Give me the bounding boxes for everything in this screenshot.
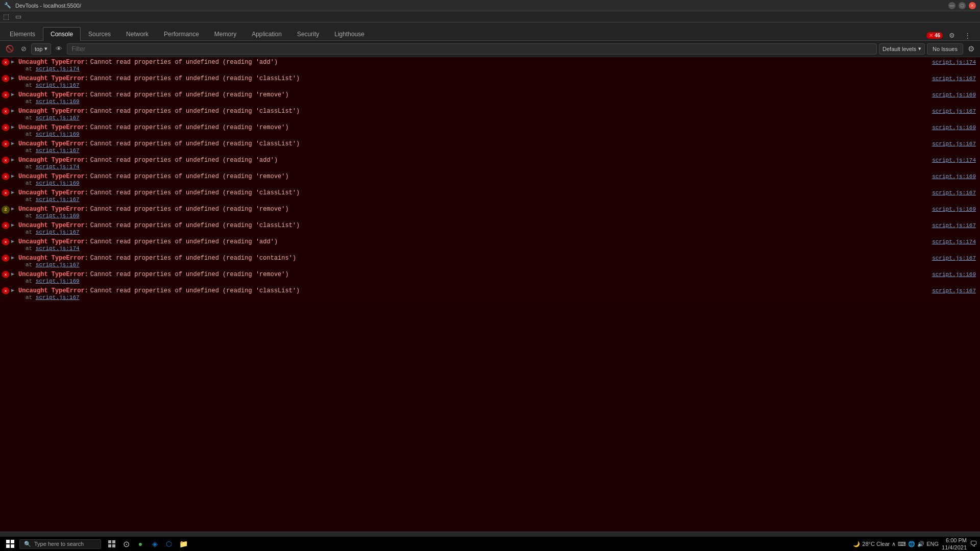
entry-location-link[interactable]: script.js:167 (932, 189, 980, 196)
entry-location-link[interactable]: script.js:174 (932, 238, 980, 245)
entry-at-link[interactable]: script.js:169 (36, 213, 80, 219)
minimize-button[interactable]: — (948, 2, 955, 9)
task-view-button[interactable] (105, 537, 118, 550)
eye-icon-button[interactable]: 👁 (53, 43, 65, 54)
entry-expander[interactable]: ▶ (11, 188, 18, 195)
tab-performance[interactable]: Performance (156, 27, 207, 41)
taskbar-chrome[interactable]: ● (134, 537, 147, 550)
entry-expander[interactable]: ▶ (11, 221, 18, 228)
entry-icon: ✕ (0, 188, 11, 196)
chevron-up-icon[interactable]: ∧ (892, 541, 896, 547)
tab-console[interactable]: Console (43, 27, 81, 41)
error-type-label: Uncaught TypeError: (18, 91, 88, 98)
entry-expander[interactable]: ▶ (11, 172, 18, 179)
maximize-button[interactable]: □ (959, 2, 966, 9)
entry-at-link[interactable]: script.js:174 (36, 66, 80, 72)
entry-location-link[interactable]: script.js:167 (932, 221, 980, 229)
tab-sources[interactable]: Sources (81, 27, 118, 41)
entry-at-link[interactable]: script.js:167 (36, 262, 80, 268)
entry-icon: 2 (0, 205, 11, 214)
console-output[interactable]: ✕▶Uncaught TypeError: Cannot read proper… (0, 57, 980, 532)
taskbar-search[interactable]: 🔍 Type here to search (19, 539, 101, 549)
tab-elements[interactable]: Elements (2, 27, 43, 41)
entry-location-link[interactable]: script.js:169 (932, 205, 980, 212)
entry-location-link[interactable]: script.js:174 (932, 156, 980, 163)
entry-at-link[interactable]: script.js:174 (36, 164, 80, 170)
entry-icon: ✕ (0, 286, 11, 294)
entry-expander[interactable]: ▶ (11, 58, 18, 65)
entry-expander[interactable]: ▶ (11, 107, 18, 114)
taskbar-right: 🌙 28°C Clear ∧ ⌨ 🌐 🔊 ENG 6:00 PM 11/4/20… (853, 537, 977, 551)
entry-at-link[interactable]: script.js:174 (36, 245, 80, 252)
more-options-button[interactable]: ⋮ (961, 31, 974, 40)
entry-at-link[interactable]: script.js:169 (36, 180, 80, 186)
entry-location-link[interactable]: script.js:167 (932, 74, 980, 82)
entry-at-line: at script.js:174 (18, 164, 980, 170)
entry-expander[interactable]: ▶ (11, 123, 18, 130)
tab-network[interactable]: Network (118, 27, 156, 41)
entry-location-link[interactable]: script.js:174 (932, 58, 980, 65)
error-type-label: Uncaught TypeError: (18, 124, 88, 131)
console-toolbar: 🚫 ⊘ top ▾ 👁 Default levels ▾ No Issues ⚙ (0, 41, 980, 57)
entry-location-link[interactable]: script.js:167 (932, 140, 980, 147)
notifications-icon[interactable]: 🗨 (970, 540, 977, 548)
inspect-element-button[interactable]: ⬚ (0, 12, 12, 21)
entry-at-link[interactable]: script.js:167 (36, 294, 80, 300)
context-value: top (35, 46, 42, 52)
tab-security[interactable]: Security (289, 27, 327, 41)
entry-location-link[interactable]: script.js:167 (932, 287, 980, 294)
error-message: Cannot read properties of undefined (rea… (90, 108, 300, 115)
tab-memory[interactable]: Memory (207, 27, 244, 41)
error-type-label: Uncaught TypeError: (18, 59, 88, 66)
settings-gear-button[interactable]: ⚙ (946, 31, 958, 40)
console-settings-button[interactable]: ⚙ (965, 43, 977, 55)
devtools-icon: 🔧 (4, 2, 11, 9)
entry-expander[interactable]: ▶ (11, 286, 18, 293)
no-issues-button[interactable]: No Issues (927, 43, 963, 55)
entry-location-link[interactable]: script.js:169 (932, 172, 980, 180)
error-type-label: Uncaught TypeError: (18, 255, 88, 262)
taskbar-files[interactable]: 📁 (177, 537, 190, 550)
entry-at-link[interactable]: script.js:169 (36, 131, 80, 137)
device-toolbar-button[interactable]: ▭ (12, 12, 24, 21)
taskbar-time[interactable]: 6:00 PM 11/4/2021 (942, 537, 967, 551)
filter-input[interactable] (67, 43, 877, 55)
default-levels-select[interactable]: Default levels ▾ (879, 43, 925, 55)
entry-location-link[interactable]: script.js:169 (932, 123, 980, 131)
entry-expander[interactable]: ▶ (11, 74, 18, 81)
entry-expander[interactable]: ▶ (11, 156, 18, 163)
entry-location-link[interactable]: script.js:169 (932, 91, 980, 98)
taskbar-vscode[interactable]: ◈ (148, 537, 161, 550)
entry-at-link[interactable]: script.js:167 (36, 229, 80, 235)
entry-expander[interactable]: ▶ (11, 139, 18, 146)
entry-at-link[interactable]: script.js:167 (36, 147, 80, 154)
close-button[interactable]: ✕ (969, 2, 976, 9)
entry-at-link[interactable]: script.js:169 (36, 278, 80, 284)
start-button[interactable] (3, 538, 17, 549)
entry-expander[interactable]: ▶ (11, 270, 18, 277)
entry-content: Uncaught TypeError: Cannot read properti… (18, 156, 980, 170)
tab-lighthouse[interactable]: Lighthouse (327, 27, 372, 41)
entry-location-link[interactable]: script.js:169 (932, 270, 980, 278)
entry-expander[interactable]: ▶ (11, 90, 18, 97)
tab-application[interactable]: Application (244, 27, 289, 41)
context-selector[interactable]: top ▾ (31, 43, 51, 55)
filter-toggle-button[interactable]: ⊘ (18, 43, 29, 54)
entry-location-link[interactable]: script.js:167 (932, 107, 980, 114)
entry-at-link[interactable]: script.js:167 (36, 196, 80, 203)
entry-expander[interactable]: ▶ (11, 205, 18, 212)
entry-location-link[interactable]: script.js:167 (932, 254, 980, 261)
clear-console-button[interactable]: 🚫 (3, 43, 16, 54)
taskbar-cortana[interactable]: ⊙ (119, 537, 133, 550)
taskbar-edge[interactable]: ⬡ (162, 537, 176, 550)
entry-at-link[interactable]: script.js:167 (36, 115, 80, 121)
error-type-label: Uncaught TypeError: (18, 271, 88, 278)
error-message: Cannot read properties of undefined (rea… (90, 287, 300, 294)
entry-icon: ✕ (0, 156, 11, 164)
entry-content: Uncaught TypeError: Cannot read properti… (18, 58, 980, 72)
entry-at-line: at script.js:169 (18, 98, 980, 105)
entry-expander[interactable]: ▶ (11, 237, 18, 244)
entry-expander[interactable]: ▶ (11, 254, 18, 261)
entry-at-link[interactable]: script.js:167 (36, 82, 80, 88)
entry-at-link[interactable]: script.js:169 (36, 98, 80, 105)
